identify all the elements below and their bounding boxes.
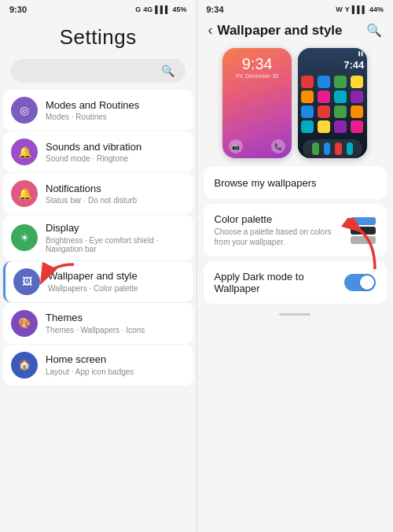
- app-icon-7: [334, 91, 347, 103]
- twitter-icon: Y: [345, 6, 350, 13]
- settings-item-notifications[interactable]: 🔔 Notifications Status bar · Do not dist…: [3, 173, 193, 214]
- themes-icon: 🎨: [11, 310, 38, 337]
- dark-mode-title: Apply Dark mode to Wallpaper: [215, 271, 337, 294]
- settings-title-area: Settings: [0, 17, 196, 56]
- wifi-icon: W: [336, 6, 343, 13]
- home-time: 7:44: [298, 57, 367, 71]
- red-arrow-left: [27, 257, 82, 295]
- homescreen-text: Home screen Layout · App icon badges: [46, 353, 185, 376]
- dock-icon-1: [312, 142, 319, 155]
- dock-icon-3: [335, 142, 342, 155]
- home-screen-preview: ▌▌ 7:44: [298, 48, 367, 158]
- dock-icon-4: [347, 142, 354, 155]
- red-arrow-right: [340, 218, 387, 276]
- dock-icon-2: [324, 142, 331, 155]
- color-palette-desc: Choose a palette based on colors from yo…: [215, 227, 343, 247]
- lock-screen-preview: 9:34 Fri, December 30 📷 📞: [222, 48, 292, 158]
- bottom-indicator: [197, 308, 394, 320]
- status-bar-left: 9:30 G 4G ▌▌▌ 45%: [0, 0, 196, 17]
- header-left: ‹ Wallpaper and style: [208, 22, 343, 39]
- modes-text: Modes and Routines Modes · Routines: [46, 99, 185, 122]
- display-text: Display Brightness · Eye comfort shield …: [46, 222, 185, 253]
- app-icon-9: [301, 105, 314, 118]
- notifications-icon: 🔔: [11, 180, 38, 207]
- app-icon-1: [301, 76, 314, 88]
- right-header: ‹ Wallpaper and style 🔍: [197, 17, 394, 45]
- lock-phone-date: Fri, December 30: [236, 73, 278, 79]
- home-top-bar: ▌▌: [298, 48, 367, 57]
- browse-title: Browse my wallpapers: [215, 177, 317, 189]
- notifications-text: Notifications Status bar · Do not distur…: [46, 183, 185, 205]
- app-icon-2: [318, 76, 330, 88]
- notifications-subtitle: Status bar · Do not disturb: [46, 196, 185, 205]
- modes-subtitle: Modes · Routines: [46, 113, 185, 121]
- settings-list: ◎ Modes and Routines Modes · Routines 🔔 …: [0, 89, 196, 532]
- homescreen-title: Home screen: [46, 353, 185, 367]
- display-title: Display: [46, 222, 185, 235]
- sounds-subtitle: Sound mode · Ringtone: [46, 154, 185, 163]
- lock-phone-time: 9:34: [242, 56, 273, 72]
- nav-indicator: [279, 313, 310, 316]
- time-right: 9:34: [207, 5, 224, 14]
- color-palette-info: Color palette Choose a palette based on …: [215, 213, 351, 247]
- back-button[interactable]: ‹: [208, 22, 213, 39]
- app-icon-14: [318, 120, 330, 133]
- settings-item-themes[interactable]: 🎨 Themes Themes · Wallpapers · Icons: [3, 303, 193, 344]
- modes-icon: ◎: [11, 97, 38, 124]
- display-subtitle: Brightness · Eye comfort shield · Naviga…: [46, 236, 185, 253]
- sounds-title: Sounds and vibration: [46, 141, 185, 154]
- app-icon-10: [318, 105, 330, 118]
- app-icon-13: [301, 120, 314, 133]
- status-icons-right: W Y ▌▌▌ 44%: [336, 6, 384, 13]
- app-icon-6: [318, 91, 330, 103]
- notifications-title: Notifications: [46, 183, 185, 196]
- battery-icon-left: 45%: [172, 6, 186, 13]
- app-grid-row1: [298, 72, 367, 136]
- home-wallpaper: ▌▌ 7:44: [298, 48, 367, 158]
- themes-subtitle: Themes · Wallpapers · Icons: [46, 326, 185, 334]
- right-panel: 9:34 W Y ▌▌▌ 44% ‹ Wallpaper and style 🔍…: [197, 0, 394, 532]
- homescreen-subtitle: Layout · App icon badges: [46, 368, 185, 376]
- app-icon-5: [301, 91, 314, 103]
- search-icon-right[interactable]: 🔍: [366, 23, 382, 38]
- app-icon-12: [351, 105, 363, 118]
- color-palette-title: Color palette: [215, 213, 343, 225]
- app-icon-11: [334, 105, 347, 118]
- network-icon-left: G: [135, 6, 141, 13]
- browse-section[interactable]: Browse my wallpapers: [204, 166, 387, 199]
- settings-item-sounds[interactable]: 🔔 Sounds and vibration Sound mode · Ring…: [3, 131, 193, 172]
- modes-title: Modes and Routines: [46, 99, 185, 113]
- settings-title: Settings: [13, 25, 184, 50]
- status-icons-left: G 4G ▌▌▌ 45%: [135, 6, 186, 13]
- status-bar-right: 9:34 W Y ▌▌▌ 44%: [197, 0, 394, 17]
- app-icon-8: [351, 91, 363, 103]
- time-left: 9:30: [9, 5, 27, 14]
- settings-item-homescreen[interactable]: 🏠 Home screen Layout · App icon badges: [3, 345, 193, 386]
- wallpaper-preview: 9:34 Fri, December 30 📷 📞 ▌▌ 7:44: [197, 45, 394, 166]
- signal-icon: ▌▌▌: [155, 6, 170, 13]
- dark-mode-toggle[interactable]: [344, 274, 376, 291]
- g4-icon: 4G: [143, 6, 152, 13]
- battery-icon-right: 44%: [369, 6, 384, 13]
- left-panel: 9:30 G 4G ▌▌▌ 45% Settings 🔍 ◎ Modes and…: [0, 0, 196, 532]
- dark-mode-info: Apply Dark mode to Wallpaper: [215, 271, 345, 294]
- dock: [303, 139, 362, 158]
- sounds-icon: 🔔: [11, 139, 38, 165]
- app-icon-4: [351, 76, 363, 88]
- app-icon-3: [334, 76, 347, 88]
- sounds-text: Sounds and vibration Sound mode · Ringto…: [46, 141, 185, 164]
- toggle-knob: [360, 275, 374, 290]
- themes-title: Themes: [46, 312, 185, 325]
- app-icon-16: [351, 120, 363, 133]
- app-icon-15: [334, 120, 347, 133]
- signal-right-icon: ▌▌▌: [352, 6, 367, 13]
- themes-text: Themes Themes · Wallpapers · Icons: [46, 312, 185, 334]
- display-icon: ☀: [11, 224, 38, 251]
- home-status-right: ▌▌: [358, 51, 364, 56]
- search-icon: 🔍: [161, 65, 174, 77]
- homescreen-icon: 🏠: [11, 352, 38, 379]
- page-title: Wallpaper and style: [218, 23, 343, 39]
- search-bar-container[interactable]: 🔍: [11, 59, 185, 83]
- settings-item-modes[interactable]: ◎ Modes and Routines Modes · Routines: [3, 90, 193, 131]
- settings-item-display[interactable]: ☀ Display Brightness · Eye comfort shiel…: [3, 215, 193, 260]
